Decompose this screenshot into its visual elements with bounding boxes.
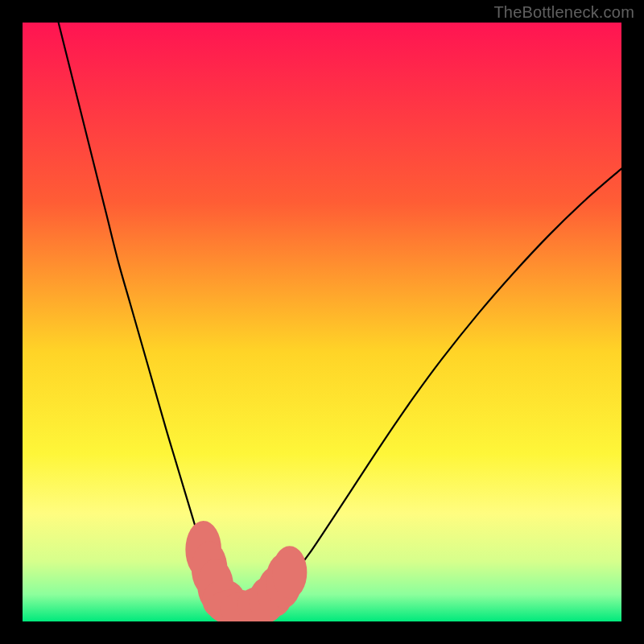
chart-frame: TheBottleneck.com	[0, 0, 644, 644]
salmon-marker	[272, 546, 307, 598]
background-gradient	[23, 23, 621, 621]
watermark-text: TheBottleneck.com	[493, 3, 634, 22]
plot-area	[23, 23, 621, 621]
bottleneck-chart	[23, 23, 621, 621]
